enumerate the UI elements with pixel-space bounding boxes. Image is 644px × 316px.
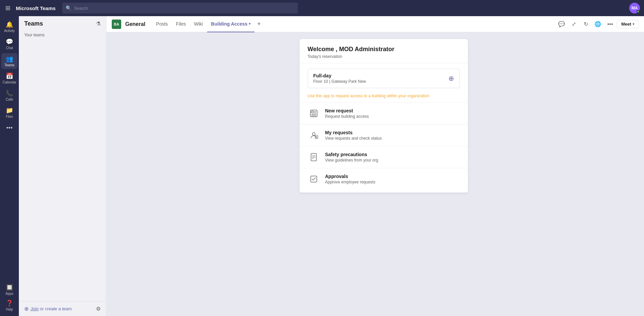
welcome-title: Welcome , MOD Administrator xyxy=(308,46,460,53)
approvals-icon xyxy=(308,173,320,185)
channel-badge: BA xyxy=(112,20,121,29)
join-icon: ⊕ xyxy=(24,306,29,312)
welcome-card: Welcome , MOD Administrator Today's rese… xyxy=(300,39,468,192)
sidebar-item-calls[interactable]: 📞 Calls xyxy=(1,87,18,103)
search-input[interactable] xyxy=(74,6,295,11)
header-actions: 💬 ⤢ ↻ 🌐 ••• Meet ▾ xyxy=(556,19,639,30)
content-body: Welcome , MOD Administrator Today's rese… xyxy=(106,32,644,316)
refresh-icon[interactable]: ↻ xyxy=(580,19,591,30)
teams-panel-footer: ⊕ Join or create a team ⚙ xyxy=(19,301,106,316)
search-bar[interactable]: 🔍 xyxy=(62,3,298,13)
apps-icon: 🔲 xyxy=(6,284,13,291)
sidebar-item-activity[interactable]: 🔔 Activity xyxy=(1,19,18,35)
chat-icon: 💬 xyxy=(6,38,13,45)
channel-name: General xyxy=(125,21,145,27)
reservation-info: Full-day Floor 10 | Gateway Park New xyxy=(313,73,366,84)
expand-icon[interactable]: ⤢ xyxy=(568,19,579,30)
join-team-label: Join or create a team xyxy=(31,306,72,311)
calls-icon: 📞 xyxy=(6,90,13,97)
sidebar-item-teams[interactable]: 👥 Teams xyxy=(1,53,18,69)
menu-items: New request Request building access xyxy=(300,102,468,192)
join-link[interactable]: Join xyxy=(31,306,39,311)
left-pane xyxy=(106,32,217,316)
activity-icon: 🔔 xyxy=(6,21,13,28)
my-requests-icon xyxy=(308,129,320,141)
main-layout: 🔔 Activity 💬 Chat 👥 Teams 📅 Calendar 📞 C… xyxy=(0,16,644,316)
new-request-text: New request Request building access xyxy=(325,108,460,119)
more-header-icon[interactable]: ••• xyxy=(605,19,615,30)
welcome-header: Welcome , MOD Administrator Today's rese… xyxy=(300,39,468,63)
reservation-title: Full-day xyxy=(313,73,366,78)
meet-dropdown-icon[interactable]: ▾ xyxy=(633,22,634,26)
meet-button[interactable]: Meet ▾ xyxy=(617,20,639,28)
sidebar-icons: 🔔 Activity 💬 Chat 👥 Teams 📅 Calendar 📞 C… xyxy=(0,16,19,316)
tab-files[interactable]: Files xyxy=(172,16,190,32)
right-pane xyxy=(550,32,644,316)
tab-posts[interactable]: Posts xyxy=(152,16,172,32)
channel-tabs: Posts Files Wiki Building Access ▾ + xyxy=(152,16,264,32)
menu-item-new-request[interactable]: New request Request building access xyxy=(300,102,468,124)
menu-item-my-requests[interactable]: My requests View requests and check stat… xyxy=(300,124,468,146)
add-tab-button[interactable]: + xyxy=(255,16,264,32)
sidebar-item-chat[interactable]: 💬 Chat xyxy=(1,36,18,52)
safety-text: Safety precautions View guidelines from … xyxy=(325,152,460,163)
sidebar-bottom: 🔲 Apps ❓ Help xyxy=(1,282,18,313)
teams-panel-header: Teams ⚗ xyxy=(19,16,106,30)
teams-settings-icon[interactable]: ⚙ xyxy=(96,306,101,312)
safety-icon xyxy=(308,151,320,163)
tab-dropdown-icon[interactable]: ▾ xyxy=(249,22,250,26)
content-area: BA General Posts Files Wiki Building Acc… xyxy=(106,16,644,316)
sidebar-item-calendar[interactable]: 📅 Calendar xyxy=(1,70,18,86)
teams-panel-title: Teams xyxy=(24,20,43,27)
tab-wiki[interactable]: Wiki xyxy=(190,16,207,32)
app-title: Microsoft Teams xyxy=(16,5,56,11)
help-icon: ❓ xyxy=(6,300,13,307)
more-options-icon[interactable]: ••• xyxy=(4,122,15,134)
svg-point-1 xyxy=(311,111,313,113)
search-icon: 🔍 xyxy=(66,5,71,11)
teams-icon: 👥 xyxy=(6,55,13,63)
grid-icon[interactable]: ⊞ xyxy=(4,3,12,13)
menu-item-safety[interactable]: Safety precautions View guidelines from … xyxy=(300,146,468,168)
sidebar-item-apps[interactable]: 🔲 Apps xyxy=(1,282,18,297)
join-team-link[interactable]: ⊕ Join or create a team xyxy=(24,306,72,312)
new-request-icon xyxy=(308,107,320,119)
reservation-add-icon[interactable]: ⊕ xyxy=(448,74,454,82)
use-app-text: Use this app to request access to a buil… xyxy=(300,94,468,102)
welcome-subtitle: Today's reservation xyxy=(308,54,460,59)
sidebar-item-files[interactable]: 📁 Files xyxy=(1,105,18,120)
svg-point-6 xyxy=(312,133,315,135)
center-pane: Welcome , MOD Administrator Today's rese… xyxy=(217,32,550,316)
menu-item-approvals[interactable]: Approvals Approve employee requests xyxy=(300,168,468,190)
teams-panel-content: Your teams xyxy=(19,30,106,301)
sidebar-item-help[interactable]: ❓ Help xyxy=(1,297,18,313)
chat-action-icon[interactable]: 💬 xyxy=(556,19,567,30)
filter-icon[interactable]: ⚗ xyxy=(96,21,101,27)
reservation-location: Floor 10 | Gateway Park New xyxy=(313,79,366,84)
globe-icon[interactable]: 🌐 xyxy=(592,19,603,30)
channel-header: BA General Posts Files Wiki Building Acc… xyxy=(106,16,644,32)
files-icon: 📁 xyxy=(6,107,13,114)
teams-panel: Teams ⚗ Your teams ⊕ Join or create a te… xyxy=(19,16,106,316)
my-requests-text: My requests View requests and check stat… xyxy=(325,130,460,141)
reservation-card: Full-day Floor 10 | Gateway Park New ⊕ xyxy=(308,69,460,88)
calendar-icon: 📅 xyxy=(6,72,13,80)
avatar[interactable]: MA xyxy=(629,3,640,13)
approvals-text: Approvals Approve employee requests xyxy=(325,174,460,184)
top-bar: ⊞ Microsoft Teams 🔍 MA xyxy=(0,0,644,16)
online-status-dot xyxy=(637,10,640,13)
tab-building-access[interactable]: Building Access ▾ xyxy=(207,16,255,32)
your-teams-label: Your teams xyxy=(24,33,101,37)
